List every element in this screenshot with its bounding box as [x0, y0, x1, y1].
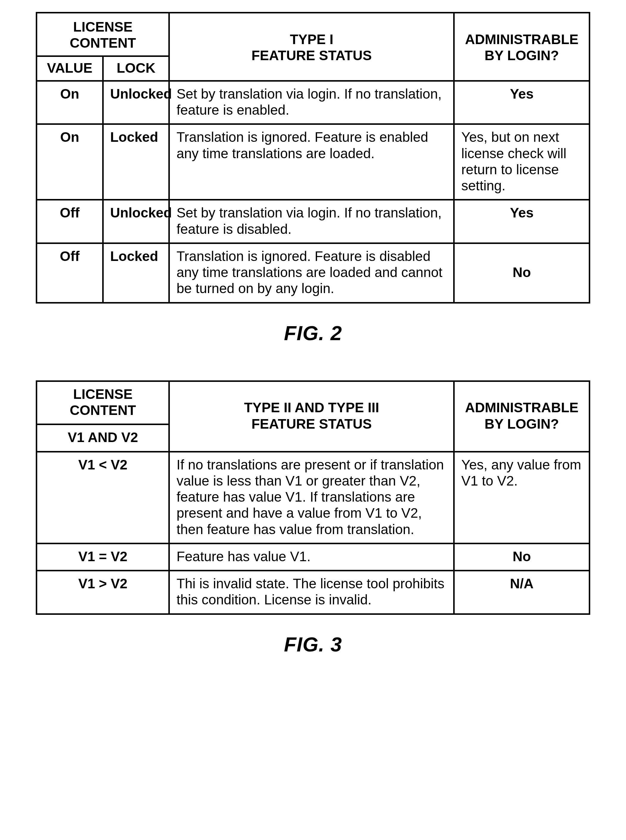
cell-lock: Unlocked	[103, 81, 169, 124]
table-row: V1 = V2 Feature has value V1. No	[37, 543, 590, 570]
cell-lock: Unlocked	[103, 200, 169, 244]
col-license-content: LICENSE CONTENT	[37, 381, 169, 425]
table-row: Off Locked Translation is ignored. Featu…	[37, 243, 590, 303]
cell-condition: V1 = V2	[37, 543, 169, 570]
table-row: On Locked Translation is ignored. Featur…	[37, 124, 590, 200]
table-header-row: LICENSE CONTENT TYPE II AND TYPE III FEA…	[37, 381, 590, 425]
cell-status: Thi is invalid state. The license tool p…	[169, 571, 454, 614]
cell-status: Translation is ignored. Feature is enabl…	[169, 124, 454, 200]
cell-status: Feature has value V1.	[169, 543, 454, 570]
col-license-content: LICENSE CONTENT	[37, 13, 169, 56]
cell-admin: Yes, but on next license check will retu…	[454, 124, 590, 200]
fig3-table: LICENSE CONTENT TYPE II AND TYPE III FEA…	[36, 380, 590, 615]
table-row: V1 > V2 Thi is invalid state. The licens…	[37, 571, 590, 614]
cell-status: Translation is ignored. Feature is disab…	[169, 243, 454, 303]
col-type23-status: TYPE II AND TYPE III FEATURE STATUS	[169, 381, 454, 451]
cell-value: On	[37, 81, 103, 124]
col-admin: ADMINISTRABLE BY LOGIN?	[454, 13, 590, 81]
col-lock: LOCK	[103, 56, 169, 81]
cell-lock: Locked	[103, 243, 169, 303]
col-value: VALUE	[37, 56, 103, 81]
cell-status: Set by translation via login. If no tran…	[169, 200, 454, 244]
cell-value: Off	[37, 243, 103, 303]
cell-condition: V1 > V2	[37, 571, 169, 614]
fig2-table: LICENSE CONTENT TYPE I FEATURE STATUS AD…	[36, 12, 590, 303]
col-type1-status: TYPE I FEATURE STATUS	[169, 13, 454, 81]
fig2-caption: FIG. 2	[36, 322, 590, 345]
cell-admin: N/A	[454, 571, 590, 614]
cell-admin: Yes, any value from V1 to V2.	[454, 451, 590, 543]
cell-value: On	[37, 124, 103, 200]
cell-admin: No	[454, 243, 590, 303]
cell-status: If no translations are present or if tra…	[169, 451, 454, 543]
cell-status: Set by translation via login. If no tran…	[169, 81, 454, 124]
col-v1-and-v2: V1 AND V2	[37, 425, 169, 451]
table-row: V1 < V2 If no translations are present o…	[37, 451, 590, 543]
cell-admin: Yes	[454, 200, 590, 244]
cell-admin: No	[454, 543, 590, 570]
cell-admin: Yes	[454, 81, 590, 124]
cell-condition: V1 < V2	[37, 451, 169, 543]
cell-lock: Locked	[103, 124, 169, 200]
fig3-caption: FIG. 3	[36, 633, 590, 656]
cell-value: Off	[37, 200, 103, 244]
table-row: Off Unlocked Set by translation via logi…	[37, 200, 590, 244]
table-row: On Unlocked Set by translation via login…	[37, 81, 590, 124]
col-admin: ADMINISTRABLE BY LOGIN?	[454, 381, 590, 451]
table-header-row: LICENSE CONTENT TYPE I FEATURE STATUS AD…	[37, 13, 590, 56]
